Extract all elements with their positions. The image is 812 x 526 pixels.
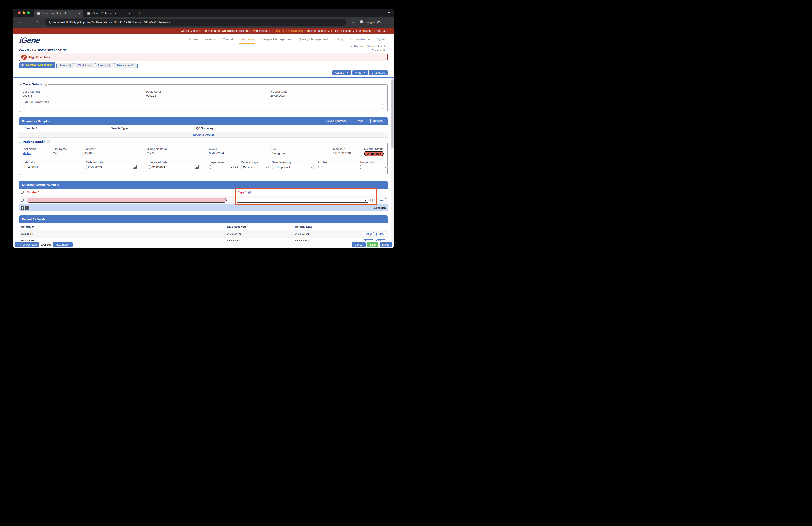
separator: | <box>267 29 272 32</box>
tab-resources[interactable]: Resources (3) <box>114 63 138 68</box>
triage-status-select[interactable] <box>360 165 388 169</box>
saved-searches-button[interactable]: Saved Searches <box>324 118 353 124</box>
app-header: iGene Home Patients Clinical Laboratory … <box>13 34 394 48</box>
tab-workflows[interactable]: Workflows <box>75 63 94 68</box>
col-date-received: Date Received <box>225 223 293 230</box>
minimize-window-button[interactable] <box>23 12 25 14</box>
remove-row-button[interactable]: − <box>25 206 29 210</box>
notifications-link[interactable]: 2 Notifications <box>285 29 303 32</box>
patient-name-link[interactable]: Ono Michio <box>19 48 37 52</box>
refresh-button[interactable]: Refresh <box>371 118 385 124</box>
billing-button[interactable]: Billing <box>379 242 392 247</box>
calendar-icon[interactable]: 31 <box>133 165 136 169</box>
add-row-button[interactable]: + <box>20 206 24 210</box>
nav-clinical[interactable]: Clinical <box>222 38 233 44</box>
maximize-window-button[interactable] <box>27 12 30 14</box>
incognito-badge: Incognito (2) <box>358 20 383 24</box>
collapse-button[interactable]: − <box>44 83 47 86</box>
browser-tab-preferences[interactable]: iGene: Preferences ✕ <box>85 10 134 17</box>
local-filestore-menu[interactable]: Local Filestore <box>334 29 354 32</box>
return-to-search-link[interactable]: << Return to Search Results <box>350 45 387 48</box>
nav-system[interactable]: System <box>377 38 387 44</box>
print-list-button[interactable]: Print <box>354 118 369 124</box>
ou-hospital-link[interactable]: Hospital <box>376 49 387 52</box>
row-checkbox[interactable] <box>21 199 24 202</box>
tab-referral[interactable]: ✕ Referral: R24-000G* <box>19 62 55 68</box>
close-tab-icon[interactable]: ✕ <box>77 12 81 15</box>
actions-button[interactable]: Actions <box>332 70 351 75</box>
select-all-checkbox[interactable] <box>21 191 24 194</box>
browser-menu-button[interactable]: ⋮ <box>384 20 391 24</box>
previous-item-button[interactable]: < Previous Item <box>15 242 39 247</box>
status-badge: On Entered <box>364 151 384 156</box>
type-select[interactable] <box>237 198 368 203</box>
sign-out-link[interactable]: Sign Out <box>376 29 387 32</box>
browser-tab-lab-referral[interactable]: iGene: Lab Referral ✕ <box>34 10 83 17</box>
collapse-button[interactable]: − <box>47 140 50 143</box>
reload-button[interactable]: ↻ <box>34 19 42 25</box>
ern-footer: + − 1 records <box>19 204 388 211</box>
bookmark-star-icon[interactable]: ☆ <box>349 20 356 25</box>
last-name-link[interactable]: Michio <box>23 152 31 155</box>
print-queue-link[interactable]: Print Queue <box>253 29 267 32</box>
new-tab-button[interactable]: + <box>137 11 142 17</box>
print-button[interactable]: Print <box>352 70 368 75</box>
browser-toolbar: ← → ↻ i localhost:8080/App/App.html?null… <box>13 17 394 28</box>
tasks-link[interactable]: 2 Tasks <box>272 29 281 32</box>
close-window-button[interactable] <box>18 12 20 14</box>
setup-button[interactable]: Setup <box>363 232 374 236</box>
referral-date-cell: 23/08/2024 <box>293 232 362 236</box>
site-info-icon[interactable]: i <box>48 20 51 24</box>
tab-events[interactable]: Events(6) <box>95 63 113 68</box>
ordered-date-input[interactable]: 29/08/202431 <box>86 165 137 169</box>
main-menu-link[interactable]: Main Menu <box>359 29 372 32</box>
next-item-button[interactable]: Next Item > <box>53 242 73 247</box>
recent-patients-menu[interactable]: Recent Patients <box>307 29 329 32</box>
nav-home[interactable]: Home <box>189 38 198 44</box>
ext-ref-input[interactable] <box>318 165 362 169</box>
nav-sample-management[interactable]: Sample Management <box>261 38 292 44</box>
close-referral-tab-icon[interactable]: ✕ <box>21 63 24 67</box>
main-nav: Home Patients Clinical Laboratory Sample… <box>189 36 387 44</box>
address-bar[interactable]: i localhost:8080/App/App.html?null&local… <box>45 18 347 26</box>
nav-patients[interactable]: Patients <box>204 38 216 44</box>
recent-header-row: Referral # Date Received Referral Date <box>19 223 388 230</box>
pedigree-value: 000133 <box>146 94 163 97</box>
close-tab-icon[interactable]: ✕ <box>128 12 131 15</box>
tab-search-button[interactable] <box>387 11 391 15</box>
caret-down-icon <box>365 120 367 122</box>
view-button[interactable]: View <box>376 239 386 241</box>
type-search-icon[interactable] <box>370 199 373 202</box>
cancel-button[interactable]: Cancel <box>352 242 366 247</box>
caret-down-icon <box>328 31 329 32</box>
sex-value: Ambiguous <box>271 152 286 155</box>
received-date-input[interactable]: 29/08/202431 <box>149 165 199 169</box>
browser-tabstrip: iGene: Lab Referral ✕ iGene: Preferences… <box>13 9 394 17</box>
scrollbar-track[interactable] <box>391 78 394 241</box>
type-view-button[interactable]: View <box>376 198 386 202</box>
view-button[interactable]: View <box>376 232 386 236</box>
nav-quality-management[interactable]: Quality Management <box>298 38 328 44</box>
referral-no-input[interactable]: R24-000G <box>23 165 82 169</box>
back-button[interactable]: ← <box>16 19 24 25</box>
number-input-invalid[interactable] <box>27 198 227 203</box>
nav-laboratory[interactable]: Laboratory <box>240 38 255 44</box>
forward-button[interactable]: → <box>25 19 33 25</box>
sample-priority-select[interactable]: 3 - Important <box>272 165 314 169</box>
patient-number-label: Patient # <box>84 147 96 151</box>
setup-button[interactable]: Setup <box>363 239 374 241</box>
separator: | <box>303 29 307 32</box>
changelog-button[interactable]: Changelog <box>369 70 388 75</box>
dob-value: 05/08/2024 <box>209 152 224 155</box>
tab-title: iGene: Preferences <box>92 12 126 15</box>
scrollbar-thumb[interactable] <box>391 80 394 148</box>
department-select[interactable] <box>209 165 234 169</box>
nav-administration[interactable]: Administration <box>350 38 370 44</box>
department-search-icon[interactable] <box>235 166 238 169</box>
referral-reasons-input[interactable] <box>23 104 385 109</box>
save-button[interactable]: Save <box>367 242 378 247</box>
tab-tasks[interactable]: Tasks (0) <box>57 63 74 68</box>
referral-type-select[interactable]: Cancer <box>241 165 269 169</box>
calendar-icon[interactable]: 31 <box>195 165 199 169</box>
nav-billing[interactable]: Billing <box>334 38 343 44</box>
